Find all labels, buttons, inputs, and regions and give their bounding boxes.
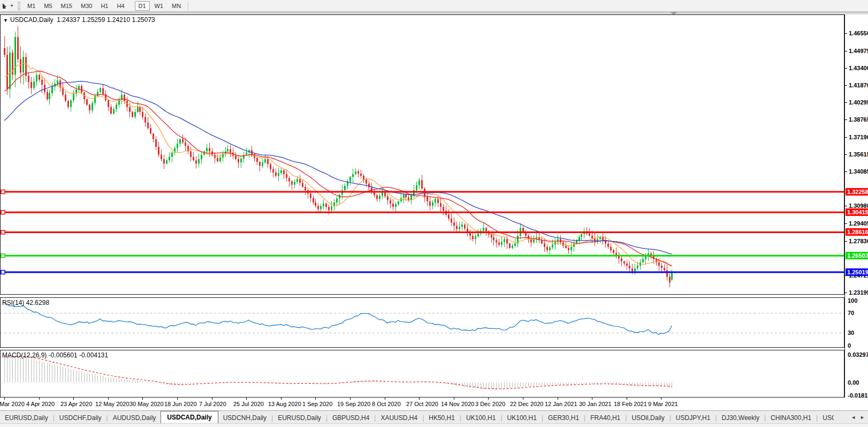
date-axis-tick <box>73 398 74 400</box>
date-axis-tick <box>488 398 489 400</box>
price-axis-tick <box>844 85 847 86</box>
date-axis-label[interactable]: 30 Jan 2021 <box>579 401 612 407</box>
timeframe-buttons: M1M5M15M30H1H4D1W1MN <box>23 1 185 11</box>
timeframe-button-w1[interactable]: W1 <box>151 1 167 11</box>
timeframe-button-d1[interactable]: D1 <box>135 1 150 11</box>
date-axis-label[interactable]: 17 Mar 2020 <box>0 401 25 407</box>
hline-price-badge: 1.26503 <box>846 252 868 259</box>
date-axis-label[interactable]: 19 Sep 2020 <box>337 401 370 407</box>
timeframe-button-m1[interactable]: M1 <box>24 1 39 11</box>
date-axis-tick <box>315 398 316 400</box>
chart-tab-fra40-h1[interactable]: FRA40,H1 <box>585 412 625 423</box>
chart-tab-china300-h1[interactable]: CHINA300,H1 <box>766 412 816 423</box>
date-axis-label[interactable]: 8 Oct 2020 <box>372 401 401 407</box>
chart-tab-dj30-weekly[interactable]: DJ30,Weekly <box>717 412 764 423</box>
chart-tab-audusd-daily[interactable]: AUDUSD,Daily <box>108 412 161 423</box>
chart-title-ohlc: 1.24337 1.25259 1.24210 1.25073 <box>57 16 155 24</box>
timeframe-button-m15[interactable]: M15 <box>57 1 76 11</box>
date-axis-label[interactable]: 23 Apr 2020 <box>60 401 92 407</box>
tool-dropdown-arrow-icon[interactable]: ▾ <box>11 3 13 8</box>
chart-tab-ger30-h1[interactable]: GER30,H1 <box>543 412 584 423</box>
chart-tab-eurusd-daily[interactable]: EURUSD,Daily <box>0 412 53 423</box>
chart-canvas[interactable] <box>0 14 844 398</box>
price-axis-tick-label[interactable]: 1.46550 <box>849 30 868 36</box>
timeframe-button-h4[interactable]: H4 <box>113 1 128 11</box>
chart-tab-uk100-h1[interactable]: UK100,H1 <box>461 412 500 423</box>
price-axis-tick-label[interactable]: 1.37190 <box>849 134 868 140</box>
hline-price-badge: 1.28616 <box>846 228 868 236</box>
chart-tab-eurusd-daily[interactable]: EURUSD,Daily <box>273 412 326 423</box>
macd-values: -0.005601 -0.004131 <box>49 351 108 359</box>
chart-tab-gbpusd-h4[interactable]: GBPUSD,H4 <box>328 412 374 423</box>
date-axis-label[interactable]: 18 Feb 2021 <box>614 401 647 407</box>
price-axis-tick-label[interactable]: 1.29405 <box>849 220 868 227</box>
date-axis-label[interactable]: 14 Nov 2020 <box>441 401 474 407</box>
price-axis-tick-label[interactable]: 1.40295 <box>849 99 868 106</box>
chart-cursor-tool-icon[interactable] <box>1 2 10 10</box>
price-axis-tick-label[interactable]: 1.34085 <box>849 168 868 175</box>
date-axis-tick <box>177 398 178 400</box>
price-axis-tick-label[interactable]: 1.27830 <box>849 238 868 244</box>
toolbar-grip[interactable] <box>18 2 20 10</box>
chart-tab-xauusd-h4[interactable]: XAUUSD,H4 <box>376 412 422 423</box>
price-axis-tick-label[interactable]: 1.43400 <box>849 65 868 71</box>
chart-tab-usdcad-daily[interactable]: USDCAD,Daily <box>161 411 218 423</box>
date-axis-label[interactable]: 3 Dec 2020 <box>475 401 505 407</box>
price-axis-tick-label[interactable]: 1.35615 <box>849 151 868 158</box>
rsi-name: RSI(14) <box>2 299 24 306</box>
chart-tab-usdcnh-daily[interactable]: USDCNH,Daily <box>218 412 271 423</box>
chart-tab-bar: EURUSD,Daily|USDCHF,Daily|AUDUSD,DailyUS… <box>0 410 868 423</box>
chart-tab-uso[interactable]: USO <box>818 412 834 423</box>
timeframe-button-mn[interactable]: MN <box>168 1 185 11</box>
price-axis-tick-label[interactable]: 1.38765 <box>849 116 868 123</box>
date-axis-tick <box>558 398 558 400</box>
rsi-scale-label: 0 <box>848 342 851 349</box>
price-axis-tick-label[interactable]: 1.23195 <box>849 289 868 296</box>
chart-tab-uk100-h1[interactable]: UK100,H1 <box>502 412 542 423</box>
price-axis-tick <box>844 33 847 34</box>
macd-scale-label: -0.018154 <box>848 392 868 399</box>
timeframe-button-m5[interactable]: M5 <box>40 1 56 11</box>
tab-scroll-left-icon[interactable]: ◄ <box>851 415 856 420</box>
date-axis-label[interactable]: 12 Jan 2021 <box>545 401 577 407</box>
date-axis-tick <box>592 398 592 400</box>
date-axis-label[interactable]: 4 Apr 2020 <box>26 401 55 407</box>
date-axis-tick <box>281 398 281 400</box>
price-axis-tick-label[interactable]: 1.41870 <box>849 82 868 88</box>
date-axis-tick <box>350 398 351 400</box>
date-axis-label[interactable]: 7 Jul 2020 <box>199 401 226 407</box>
date-axis-label[interactable]: 18 Jun 2020 <box>164 401 197 407</box>
price-axis-tick <box>844 223 847 224</box>
timeframe-button-h1[interactable]: H1 <box>97 1 112 11</box>
tab-scroll-controls: ◄ ► <box>848 411 868 423</box>
price-axis-tick <box>844 293 847 293</box>
date-axis-label[interactable]: 25 Jul 2020 <box>233 401 264 407</box>
chart-title: ▼USDCAD,Daily 1.24337 1.25259 1.24210 1.… <box>3 16 155 24</box>
timeframe-button-m30[interactable]: M30 <box>77 1 96 11</box>
date-axis-tick <box>246 398 247 400</box>
price-axis-tick-label[interactable]: 1.44975 <box>849 48 868 54</box>
date-axis-tick <box>661 398 661 400</box>
rsi-scale-label: 30 <box>848 329 854 336</box>
chart-tab-usoil-daily[interactable]: USOil,Daily <box>627 412 669 423</box>
tab-scroll-right-icon[interactable]: ► <box>860 415 865 420</box>
chart-tab-usdchf-daily[interactable]: USDCHF,Daily <box>55 412 106 423</box>
date-axis-tick <box>39 398 40 400</box>
date-axis-tick <box>212 398 212 400</box>
price-axis-tick <box>844 51 847 51</box>
chart-tab-usdjpy-h1[interactable]: USDJPY,H1 <box>671 412 715 423</box>
hline-price-badge: 1.32258 <box>846 188 868 196</box>
chart-tab-hk50-h1[interactable]: HK50,H1 <box>424 412 460 423</box>
macd-name: MACD(12,26,9) <box>2 351 47 359</box>
date-axis-label[interactable]: 30 May 2020 <box>130 401 164 407</box>
date-axis-label[interactable]: 22 Dec 2020 <box>510 401 543 407</box>
date-axis-label[interactable]: 9 Mar 2021 <box>648 401 678 407</box>
date-axis-tick <box>4 398 5 400</box>
date-axis-label[interactable]: 12 May 2020 <box>95 401 130 407</box>
chart-title-symbol: USDCAD,Daily <box>10 16 54 24</box>
date-axis-label[interactable]: 13 Aug 2020 <box>268 401 301 407</box>
symbol-dropdown-icon[interactable]: ▼ <box>3 18 8 23</box>
date-axis-label[interactable]: 27 Oct 2020 <box>406 401 438 407</box>
date-axis-label[interactable]: 1 Sep 2020 <box>302 401 332 407</box>
rsi-value: 42.6298 <box>26 299 49 306</box>
